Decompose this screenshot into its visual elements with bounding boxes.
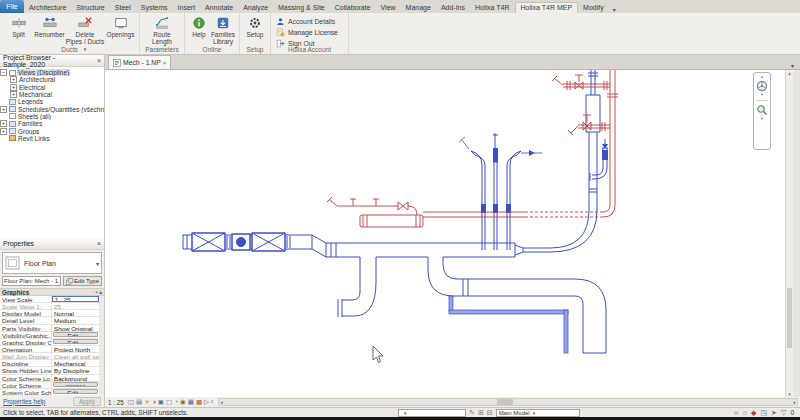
properties-scrollbar[interactable] xyxy=(99,316,104,346)
display-model-value[interactable]: Normal xyxy=(52,310,99,316)
collapse-vcb-icon[interactable]: ‹ xyxy=(211,398,213,406)
design-options-combo[interactable]: Main Model ▾ xyxy=(496,409,580,417)
detail-level-value[interactable]: Medium xyxy=(52,317,99,323)
ribbon-display-options-icon[interactable]: ▾ xyxy=(609,6,620,13)
view-scale-value[interactable]: 1 : 25 xyxy=(52,296,99,302)
expand-expander-icon[interactable]: + xyxy=(0,106,7,113)
scroll-right-icon[interactable]: ▸ xyxy=(793,399,796,405)
tree-item-groups[interactable]: + Groups xyxy=(0,127,104,134)
editable-only-icon[interactable]: ✎ xyxy=(469,409,475,417)
filter-icon[interactable]: ▽ xyxy=(781,409,786,417)
tab-structure[interactable]: Structure xyxy=(71,2,109,13)
horizontal-scrollbar[interactable]: ◂ ▸ xyxy=(218,398,798,406)
tree-item-views-discipline[interactable]: − Views (Discipline) xyxy=(0,69,104,76)
chevron-up-icon[interactable]: ▴ xyxy=(761,75,763,79)
drag-on-selection-icon[interactable]: ➤ xyxy=(771,409,777,417)
expand-expander-icon[interactable]: + xyxy=(10,76,17,83)
show-hidden-lines-value[interactable]: By Discipline xyxy=(52,367,99,373)
close-icon[interactable]: × xyxy=(163,60,167,66)
tab-manage[interactable]: Manage xyxy=(401,2,436,13)
tree-item-sheets[interactable]: Sheets (all) xyxy=(0,113,104,120)
graphic-display-edit-button[interactable]: Edit... xyxy=(53,339,98,344)
tab-add-ins[interactable]: Add-Ins xyxy=(436,2,470,13)
temporary-hide-isolate-icon[interactable]: ◔ xyxy=(174,398,178,406)
system-color-schemes-edit-button[interactable]: Edit... xyxy=(53,389,98,394)
expand-expander-icon[interactable]: + xyxy=(10,84,17,91)
visual-style-icon[interactable]: ▤ xyxy=(136,398,142,406)
tab-view[interactable]: View xyxy=(376,2,401,13)
view-tab-list-icon[interactable]: ▾ xyxy=(791,62,800,69)
file-menu-button[interactable]: File xyxy=(0,0,24,13)
sun-path-icon[interactable]: ☀ xyxy=(144,398,150,406)
horizontal-scroll-thumb[interactable] xyxy=(497,399,513,405)
tab-steel[interactable]: Steel xyxy=(110,2,136,13)
vertical-scrollbar[interactable]: ▴ ▾ xyxy=(785,70,793,397)
tree-item-schedules[interactable]: + Schedules/Quantities (všechny) xyxy=(0,105,104,112)
steering-wheel-icon[interactable] xyxy=(756,80,768,92)
reveal-constraints-icon[interactable]: ▷ xyxy=(204,398,209,406)
color-scheme-button[interactable]: <none> xyxy=(53,382,98,387)
tree-item-architectural[interactable]: + Architectural xyxy=(0,76,104,83)
tab-collaborate[interactable]: Collaborate xyxy=(330,2,376,13)
scale-button[interactable]: 1 : 25 xyxy=(108,399,124,406)
instance-selector-combo[interactable]: Floor Plan: Mech - 1.NP ▾ xyxy=(2,276,61,286)
red-piping[interactable] xyxy=(327,70,618,227)
apply-button[interactable]: Apply xyxy=(73,397,101,406)
tree-item-families[interactable]: + Families xyxy=(0,120,104,127)
scroll-up-icon[interactable]: ▴ xyxy=(786,70,793,76)
tree-item-mechanical[interactable]: + Mechanical xyxy=(0,91,104,98)
setup-button[interactable]: Setup xyxy=(243,14,267,38)
discipline-value[interactable]: Mechanical xyxy=(52,360,99,366)
properties-help-link[interactable]: Properties help xyxy=(3,398,45,405)
gray-inactive-worksets-icon[interactable]: ⊞ xyxy=(478,409,484,417)
hide-analytical-model-icon[interactable]: ▩ xyxy=(196,398,202,406)
select-underlay-icon[interactable]: ⌂ xyxy=(743,409,747,417)
select-links-icon[interactable]: ∞ xyxy=(734,409,739,417)
visibility-graphics-edit-button[interactable]: Edit... xyxy=(53,332,98,337)
exclude-options-icon[interactable]: ⊟ xyxy=(487,409,493,417)
route-length-button[interactable]: Route Length xyxy=(143,14,181,45)
tab-holixa-t4r[interactable]: Holixa T4R xyxy=(470,2,515,13)
tab-annotate[interactable]: Annotate xyxy=(200,2,238,13)
zoom-icon[interactable] xyxy=(756,104,768,116)
scroll-left-icon[interactable]: ◂ xyxy=(220,399,223,405)
openings-button[interactable]: Openings xyxy=(105,14,136,38)
split-button[interactable]: Split xyxy=(3,14,34,38)
close-icon[interactable]: × xyxy=(97,240,101,247)
temporary-view-properties-icon[interactable]: ▦ xyxy=(188,398,194,406)
tree-item-legends[interactable]: Legends xyxy=(0,98,104,105)
orientation-value[interactable]: Project North xyxy=(52,346,99,352)
edit-type-button[interactable]: Edit Type xyxy=(63,276,102,286)
tab-insert[interactable]: Insert xyxy=(173,2,201,13)
vertical-scroll-thumb[interactable] xyxy=(787,288,792,348)
close-icon[interactable]: × xyxy=(97,57,101,64)
active-workset-combo[interactable]: ▾ xyxy=(398,409,466,417)
account-details-button[interactable]: Account Details xyxy=(274,17,340,26)
renumber-button[interactable]: Renumber xyxy=(34,14,65,38)
tab-architecture[interactable]: Architecture xyxy=(24,2,71,13)
expand-expander-icon[interactable]: + xyxy=(10,91,17,98)
tab-systems[interactable]: Systems xyxy=(136,2,173,13)
drawing-canvas[interactable] xyxy=(105,70,785,397)
shadows-icon[interactable]: ◑ xyxy=(152,398,156,406)
color-scheme-location-value[interactable]: Background xyxy=(52,375,99,381)
selected-pipe-run[interactable] xyxy=(449,296,568,353)
families-library-button[interactable]: FamiliesLibrary xyxy=(210,14,236,45)
navigation-bar[interactable]: ▴ ▾ ▾ xyxy=(753,72,771,150)
help-button[interactable]: Help xyxy=(188,14,210,38)
select-pinned-icon[interactable]: ◆ xyxy=(751,409,756,417)
expand-expander-icon[interactable]: + xyxy=(0,120,7,127)
tab-analyze[interactable]: Analyze xyxy=(238,2,273,13)
graphics-section-header[interactable]: Graphics ▪ ▴ xyxy=(0,288,104,296)
type-selector[interactable]: Floor Plan ▾ xyxy=(2,252,102,274)
crop-view-icon[interactable]: ▣ xyxy=(158,398,164,406)
reveal-hidden-elements-icon[interactable]: ◉ xyxy=(180,398,186,406)
chevron-down-icon[interactable]: ▾ xyxy=(761,93,763,97)
tree-item-electrical[interactable]: + Electrical xyxy=(0,84,104,91)
parts-visibility-value[interactable]: Show Original xyxy=(52,325,99,331)
tab-holixa-t4r-mep[interactable]: Holixa T4R MEP xyxy=(515,2,579,13)
select-by-face-icon[interactable]: ◳ xyxy=(760,409,767,417)
show-crop-region-icon[interactable]: ▢ xyxy=(166,398,172,406)
tab-modify[interactable]: Modify xyxy=(578,2,609,13)
view-tab-mech-1np[interactable]: Mech - 1.NP × xyxy=(108,55,171,69)
